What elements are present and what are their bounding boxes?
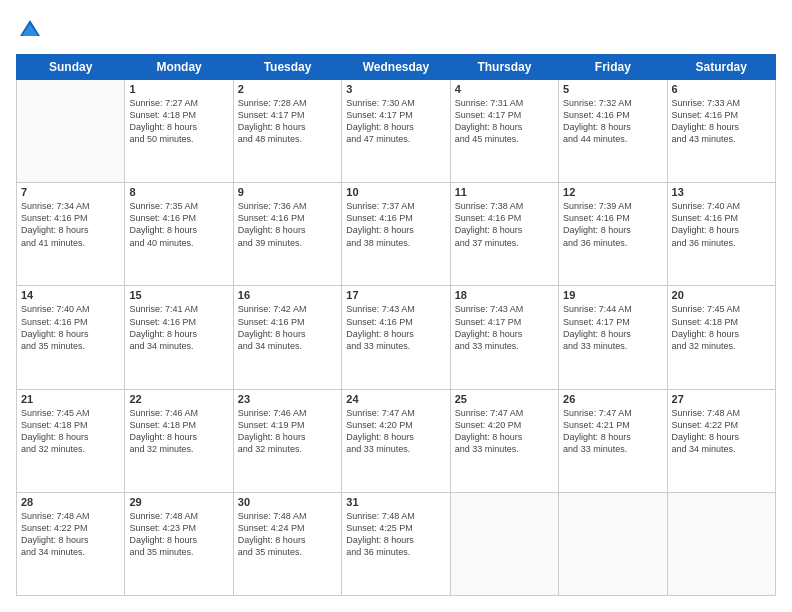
day-number: 24 <box>346 393 445 405</box>
day-info: Sunrise: 7:41 AMSunset: 4:16 PMDaylight:… <box>129 303 228 352</box>
calendar-cell <box>667 492 775 595</box>
week-row-2: 14Sunrise: 7:40 AMSunset: 4:16 PMDayligh… <box>17 286 776 389</box>
logo <box>16 16 48 44</box>
col-header-friday: Friday <box>559 55 667 80</box>
day-number: 28 <box>21 496 120 508</box>
day-info: Sunrise: 7:37 AMSunset: 4:16 PMDaylight:… <box>346 200 445 249</box>
calendar-cell: 29Sunrise: 7:48 AMSunset: 4:23 PMDayligh… <box>125 492 233 595</box>
calendar-cell <box>559 492 667 595</box>
calendar-cell: 25Sunrise: 7:47 AMSunset: 4:20 PMDayligh… <box>450 389 558 492</box>
day-number: 20 <box>672 289 771 301</box>
day-info: Sunrise: 7:32 AMSunset: 4:16 PMDaylight:… <box>563 97 662 146</box>
day-number: 14 <box>21 289 120 301</box>
day-info: Sunrise: 7:42 AMSunset: 4:16 PMDaylight:… <box>238 303 337 352</box>
day-info: Sunrise: 7:48 AMSunset: 4:24 PMDaylight:… <box>238 510 337 559</box>
calendar-cell: 10Sunrise: 7:37 AMSunset: 4:16 PMDayligh… <box>342 183 450 286</box>
day-info: Sunrise: 7:28 AMSunset: 4:17 PMDaylight:… <box>238 97 337 146</box>
day-info: Sunrise: 7:48 AMSunset: 4:23 PMDaylight:… <box>129 510 228 559</box>
day-number: 15 <box>129 289 228 301</box>
calendar-cell: 15Sunrise: 7:41 AMSunset: 4:16 PMDayligh… <box>125 286 233 389</box>
day-number: 10 <box>346 186 445 198</box>
week-row-1: 7Sunrise: 7:34 AMSunset: 4:16 PMDaylight… <box>17 183 776 286</box>
calendar-cell: 21Sunrise: 7:45 AMSunset: 4:18 PMDayligh… <box>17 389 125 492</box>
calendar-cell: 2Sunrise: 7:28 AMSunset: 4:17 PMDaylight… <box>233 80 341 183</box>
day-number: 3 <box>346 83 445 95</box>
week-row-0: 1Sunrise: 7:27 AMSunset: 4:18 PMDaylight… <box>17 80 776 183</box>
week-row-3: 21Sunrise: 7:45 AMSunset: 4:18 PMDayligh… <box>17 389 776 492</box>
col-header-sunday: Sunday <box>17 55 125 80</box>
calendar-cell: 26Sunrise: 7:47 AMSunset: 4:21 PMDayligh… <box>559 389 667 492</box>
day-number: 18 <box>455 289 554 301</box>
day-number: 22 <box>129 393 228 405</box>
day-info: Sunrise: 7:46 AMSunset: 4:19 PMDaylight:… <box>238 407 337 456</box>
day-number: 1 <box>129 83 228 95</box>
day-number: 2 <box>238 83 337 95</box>
day-info: Sunrise: 7:33 AMSunset: 4:16 PMDaylight:… <box>672 97 771 146</box>
day-info: Sunrise: 7:39 AMSunset: 4:16 PMDaylight:… <box>563 200 662 249</box>
day-info: Sunrise: 7:36 AMSunset: 4:16 PMDaylight:… <box>238 200 337 249</box>
day-info: Sunrise: 7:47 AMSunset: 4:20 PMDaylight:… <box>455 407 554 456</box>
calendar-cell: 5Sunrise: 7:32 AMSunset: 4:16 PMDaylight… <box>559 80 667 183</box>
day-number: 6 <box>672 83 771 95</box>
calendar-cell: 8Sunrise: 7:35 AMSunset: 4:16 PMDaylight… <box>125 183 233 286</box>
col-header-saturday: Saturday <box>667 55 775 80</box>
day-number: 5 <box>563 83 662 95</box>
calendar-cell: 19Sunrise: 7:44 AMSunset: 4:17 PMDayligh… <box>559 286 667 389</box>
day-number: 9 <box>238 186 337 198</box>
calendar-cell: 16Sunrise: 7:42 AMSunset: 4:16 PMDayligh… <box>233 286 341 389</box>
day-number: 4 <box>455 83 554 95</box>
day-number: 25 <box>455 393 554 405</box>
day-info: Sunrise: 7:47 AMSunset: 4:20 PMDaylight:… <box>346 407 445 456</box>
calendar-cell: 23Sunrise: 7:46 AMSunset: 4:19 PMDayligh… <box>233 389 341 492</box>
day-info: Sunrise: 7:43 AMSunset: 4:16 PMDaylight:… <box>346 303 445 352</box>
day-info: Sunrise: 7:27 AMSunset: 4:18 PMDaylight:… <box>129 97 228 146</box>
day-info: Sunrise: 7:46 AMSunset: 4:18 PMDaylight:… <box>129 407 228 456</box>
col-header-monday: Monday <box>125 55 233 80</box>
page: SundayMondayTuesdayWednesdayThursdayFrid… <box>0 0 792 612</box>
calendar-cell: 9Sunrise: 7:36 AMSunset: 4:16 PMDaylight… <box>233 183 341 286</box>
calendar-header-row: SundayMondayTuesdayWednesdayThursdayFrid… <box>17 55 776 80</box>
day-number: 8 <box>129 186 228 198</box>
day-number: 16 <box>238 289 337 301</box>
col-header-thursday: Thursday <box>450 55 558 80</box>
day-number: 30 <box>238 496 337 508</box>
day-info: Sunrise: 7:45 AMSunset: 4:18 PMDaylight:… <box>21 407 120 456</box>
day-info: Sunrise: 7:31 AMSunset: 4:17 PMDaylight:… <box>455 97 554 146</box>
calendar-cell: 7Sunrise: 7:34 AMSunset: 4:16 PMDaylight… <box>17 183 125 286</box>
calendar-cell: 27Sunrise: 7:48 AMSunset: 4:22 PMDayligh… <box>667 389 775 492</box>
logo-icon <box>16 16 44 44</box>
day-info: Sunrise: 7:48 AMSunset: 4:25 PMDaylight:… <box>346 510 445 559</box>
day-number: 29 <box>129 496 228 508</box>
calendar-cell: 20Sunrise: 7:45 AMSunset: 4:18 PMDayligh… <box>667 286 775 389</box>
day-info: Sunrise: 7:48 AMSunset: 4:22 PMDaylight:… <box>21 510 120 559</box>
day-info: Sunrise: 7:40 AMSunset: 4:16 PMDaylight:… <box>672 200 771 249</box>
day-info: Sunrise: 7:47 AMSunset: 4:21 PMDaylight:… <box>563 407 662 456</box>
header <box>16 16 776 44</box>
day-number: 27 <box>672 393 771 405</box>
day-number: 23 <box>238 393 337 405</box>
week-row-4: 28Sunrise: 7:48 AMSunset: 4:22 PMDayligh… <box>17 492 776 595</box>
calendar-cell: 24Sunrise: 7:47 AMSunset: 4:20 PMDayligh… <box>342 389 450 492</box>
day-number: 12 <box>563 186 662 198</box>
calendar-cell: 14Sunrise: 7:40 AMSunset: 4:16 PMDayligh… <box>17 286 125 389</box>
calendar-cell: 18Sunrise: 7:43 AMSunset: 4:17 PMDayligh… <box>450 286 558 389</box>
day-number: 13 <box>672 186 771 198</box>
calendar-cell: 17Sunrise: 7:43 AMSunset: 4:16 PMDayligh… <box>342 286 450 389</box>
day-number: 7 <box>21 186 120 198</box>
calendar-cell: 6Sunrise: 7:33 AMSunset: 4:16 PMDaylight… <box>667 80 775 183</box>
calendar-table: SundayMondayTuesdayWednesdayThursdayFrid… <box>16 54 776 596</box>
day-number: 17 <box>346 289 445 301</box>
col-header-tuesday: Tuesday <box>233 55 341 80</box>
day-number: 11 <box>455 186 554 198</box>
day-info: Sunrise: 7:30 AMSunset: 4:17 PMDaylight:… <box>346 97 445 146</box>
day-info: Sunrise: 7:38 AMSunset: 4:16 PMDaylight:… <box>455 200 554 249</box>
calendar-cell: 1Sunrise: 7:27 AMSunset: 4:18 PMDaylight… <box>125 80 233 183</box>
calendar-cell: 12Sunrise: 7:39 AMSunset: 4:16 PMDayligh… <box>559 183 667 286</box>
day-info: Sunrise: 7:40 AMSunset: 4:16 PMDaylight:… <box>21 303 120 352</box>
day-info: Sunrise: 7:44 AMSunset: 4:17 PMDaylight:… <box>563 303 662 352</box>
day-number: 31 <box>346 496 445 508</box>
day-number: 21 <box>21 393 120 405</box>
day-info: Sunrise: 7:45 AMSunset: 4:18 PMDaylight:… <box>672 303 771 352</box>
calendar-cell: 31Sunrise: 7:48 AMSunset: 4:25 PMDayligh… <box>342 492 450 595</box>
day-info: Sunrise: 7:35 AMSunset: 4:16 PMDaylight:… <box>129 200 228 249</box>
